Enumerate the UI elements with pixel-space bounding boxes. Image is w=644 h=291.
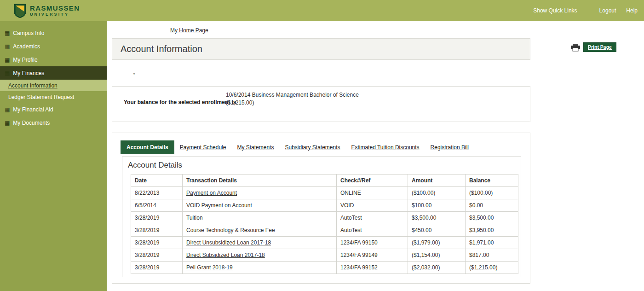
brand-subname: UNIVERSITY (30, 12, 80, 17)
transactions-table: DateTransaction DetailsCheck#/RefAmountB… (131, 174, 518, 274)
cell-balance: $3,500.00 (466, 212, 518, 224)
table-row: 3/28/2019Direct Subsidized Loan 2017-181… (131, 249, 518, 262)
sidebar-item-label: Account Information (8, 82, 58, 89)
cell-details: Tuition (183, 212, 337, 224)
page-header: Account Information (112, 38, 530, 60)
sidebar-item-label: My Documents (13, 120, 50, 126)
cell-amount: ($1,154.00) (408, 249, 466, 262)
cell-details: Direct Unsubsidized Loan 2017-18 (183, 237, 337, 249)
cell-ref: AutoTest (337, 212, 408, 224)
cell-amount: $450.00 (408, 224, 466, 237)
logout-link[interactable]: Logout (599, 7, 616, 14)
cell-details: VOID Payment on Account (183, 199, 337, 212)
cell-balance: $3,950.00 (466, 224, 518, 237)
table-row: 3/28/2019Course Technology & Resource Fe… (131, 224, 518, 237)
cell-details: Direct Subsidized Loan 2017-18 (183, 249, 337, 262)
sidebar-item-academics[interactable]: ▦Academics (0, 40, 107, 53)
chevron-down-icon: ▾ (133, 71, 135, 76)
tab-subsidiary-statements[interactable]: Subsidiary Statements (279, 140, 345, 154)
sidebar-item-my-documents[interactable]: ▦My Documents (0, 116, 107, 129)
cell-ref: VOID (337, 199, 408, 212)
university-logo: RASMUSSEN UNIVERSITY (14, 4, 80, 18)
sidebar: ▦Campus Info▦Academics▦My Profile▦My Fin… (0, 21, 107, 291)
cell-date: 8/22/2013 (131, 187, 183, 199)
cell-date: 3/28/2019 (131, 249, 183, 262)
grid-icon: ▦ (5, 57, 10, 63)
tab-account-details[interactable]: Account Details (121, 140, 174, 154)
cell-details: Course Technology & Resource Fee (183, 224, 337, 237)
sidebar-item-campus-info[interactable]: ▦Campus Info (0, 26, 107, 40)
grid-icon: ▦ (5, 70, 10, 76)
printer-icon (570, 43, 581, 52)
cell-date: 6/5/2014 (131, 199, 183, 212)
sidebar-item-my-profile[interactable]: ▦My Profile (0, 53, 107, 66)
my-home-page-link[interactable]: My Home Page (170, 27, 208, 34)
table-row: 6/5/2014VOID Payment on AccountVOID$100.… (131, 199, 518, 212)
column-header-check-ref: Check#/Ref (337, 175, 408, 187)
sidebar-item-label: My Financial Aid (13, 106, 53, 113)
balance-label: Your balance for the selected enrollment… (124, 99, 236, 105)
help-link[interactable]: Help (626, 7, 638, 14)
grid-icon: ▦ (5, 30, 10, 36)
sidebar-item-ledger-statement-request[interactable]: Ledger Statement Request (0, 91, 107, 103)
cell-balance: ($1,215.00) (466, 262, 518, 274)
sidebar-item-account-information[interactable]: Account Information (0, 80, 107, 91)
transaction-link[interactable]: Payment on Account (186, 190, 237, 196)
enrollment-description: 10/6/2014 Business Management Bachelor o… (226, 92, 359, 98)
transaction-link[interactable]: Direct Subsidized Loan 2017-18 (186, 252, 265, 258)
cell-date: 3/28/2019 (131, 224, 183, 237)
brand-name: RASMUSSEN (30, 5, 80, 12)
cell-amount: $3,500.00 (408, 212, 466, 224)
cell-amount: ($1,979.00) (408, 237, 466, 249)
tab-row: Account DetailsPayment ScheduleMy Statem… (121, 140, 474, 154)
cell-amount: ($100.00) (408, 187, 466, 199)
tab-payment-schedule[interactable]: Payment Schedule (174, 140, 232, 154)
enrollment-dropdown[interactable]: ▾ (113, 70, 135, 78)
sidebar-item-label: Academics (13, 43, 40, 50)
cell-details: Payment on Account (183, 187, 337, 199)
main-content: My Home Page Account Information Print P… (107, 21, 644, 291)
cell-amount: $100.00 (408, 199, 466, 212)
table-header-row: DateTransaction DetailsCheck#/RefAmountB… (131, 175, 518, 187)
tab-registration-bill[interactable]: Registration Bill (425, 140, 474, 154)
cell-ref: AutoTest (337, 224, 408, 237)
column-header-date: Date (131, 175, 183, 187)
column-header-balance: Balance (466, 175, 518, 187)
sidebar-item-my-financial-aid[interactable]: ▦My Financial Aid (0, 103, 107, 116)
tab-my-statements[interactable]: My Statements (231, 140, 279, 154)
cell-date: 3/28/2019 (131, 262, 183, 274)
sidebar-item-label: Campus Info (13, 30, 44, 36)
topbar-links: Show Quick LinksLogoutHelp (523, 7, 638, 14)
shield-logo-icon (14, 4, 26, 18)
transaction-link[interactable]: Pell Grant 2018-19 (186, 264, 233, 271)
cell-amount: ($2,032.00) (408, 262, 466, 274)
table-row: 3/28/2019Pell Grant 2018-191234/FA 99152… (131, 262, 518, 274)
transaction-link[interactable]: Direct Unsubsidized Loan 2017-18 (186, 239, 271, 246)
column-header-amount: Amount (408, 175, 466, 187)
cell-details: Pell Grant 2018-19 (183, 262, 337, 274)
cell-date: 3/28/2019 (131, 237, 183, 249)
page-title: Account Information (112, 39, 530, 59)
show-quick-links-link[interactable]: Show Quick Links (533, 7, 577, 14)
table-row: 3/28/2019Direct Unsubsidized Loan 2017-1… (131, 237, 518, 249)
balance-panel: Your balance for the selected enrollment… (112, 86, 530, 122)
tab-estimated-tuition-discounts[interactable]: Estimated Tuition Discounts (346, 140, 425, 154)
cell-ref: 1234/FA 99149 (337, 249, 408, 262)
account-tabs-panel: Account DetailsPayment ScheduleMy Statem… (112, 133, 530, 284)
cell-balance: $817.00 (466, 249, 518, 262)
topbar: RASMUSSEN UNIVERSITY Show Quick LinksLog… (0, 0, 644, 21)
print-area: Print Page (570, 42, 616, 52)
cell-balance: $0.00 (466, 199, 518, 212)
balance-amount: ($1,215.00) (226, 99, 254, 106)
cell-balance: $1,971.00 (466, 237, 518, 249)
section-title: Account Details (128, 161, 521, 170)
table-row: 3/28/2019TuitionAutoTest$3,500.00$3,500.… (131, 212, 518, 224)
table-row: 8/22/2013Payment on AccountONLINE($100.0… (131, 187, 518, 199)
column-header-transaction-details: Transaction Details (183, 175, 337, 187)
account-details-box: Account Details DateTransaction DetailsC… (122, 157, 521, 277)
cell-ref: 1234/FA 99150 (337, 237, 408, 249)
sidebar-item-my-finances[interactable]: ▦My Finances (0, 66, 107, 80)
brand-text: RASMUSSEN UNIVERSITY (30, 5, 80, 17)
cell-ref: 1234/FA 99152 (337, 262, 408, 274)
print-page-button[interactable]: Print Page (583, 42, 616, 52)
